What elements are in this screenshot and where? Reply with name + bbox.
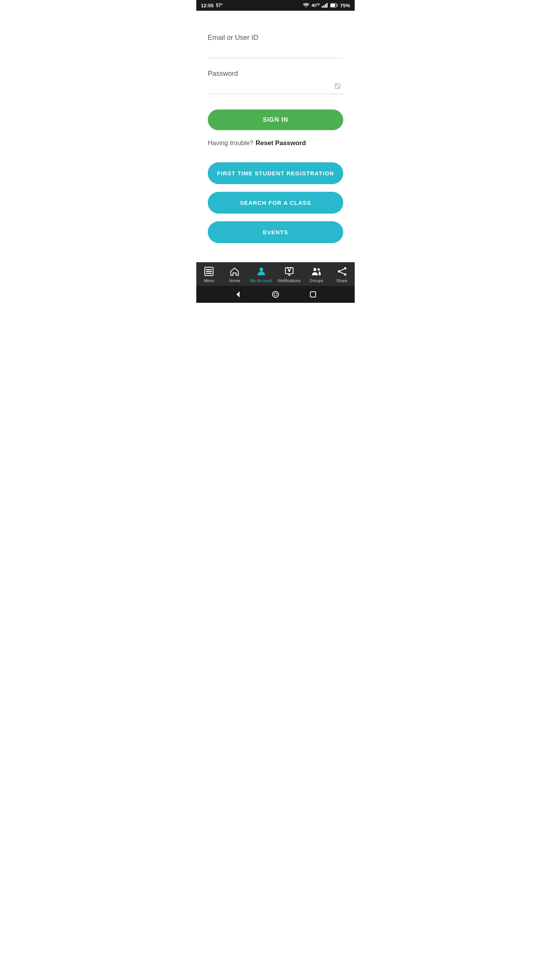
password-wrapper: [208, 81, 343, 94]
share-icon: [337, 266, 347, 277]
status-right: 4GLTE 75%: [303, 3, 350, 8]
svg-rect-11: [206, 271, 212, 272]
back-button[interactable]: [234, 291, 242, 298]
password-form-group: Password: [208, 70, 343, 94]
signal-icon: [322, 3, 328, 8]
svg-line-21: [340, 272, 344, 274]
nav-item-notifications[interactable]: Notifications: [278, 266, 301, 283]
svg-rect-3: [326, 3, 328, 8]
home-button[interactable]: [272, 291, 279, 298]
notifications-icon: [284, 266, 295, 277]
recents-button[interactable]: [309, 291, 317, 298]
svg-rect-0: [322, 6, 323, 8]
svg-rect-2: [325, 4, 326, 8]
svg-line-20: [340, 269, 344, 271]
svg-point-16: [318, 268, 320, 271]
svg-rect-25: [310, 292, 316, 297]
android-nav-bar: [196, 286, 355, 303]
bottom-nav: Menu Home My Account: [196, 262, 355, 286]
reset-password-link[interactable]: Reset Password: [256, 139, 306, 147]
menu-icon: [204, 266, 214, 277]
main-content: Email or User ID Password SIGN IN Having…: [196, 11, 355, 262]
nav-item-share[interactable]: Share: [332, 266, 352, 283]
svg-point-15: [313, 268, 316, 271]
password-input[interactable]: [208, 81, 343, 94]
nav-item-menu[interactable]: Menu: [199, 266, 219, 283]
nav-label-menu: Menu: [204, 278, 215, 283]
svg-point-23: [272, 291, 279, 297]
svg-line-8: [335, 84, 340, 88]
wifi-icon: [303, 3, 309, 8]
svg-rect-1: [323, 5, 324, 8]
svg-marker-22: [236, 291, 240, 297]
myaccount-icon: [256, 266, 267, 277]
status-time: 12:55: [201, 3, 214, 8]
svg-rect-12: [206, 273, 212, 274]
registration-button[interactable]: FIRST TIME STUDENT REGISTRATION: [208, 162, 343, 184]
email-input[interactable]: [208, 45, 343, 58]
events-button[interactable]: EVENTS: [208, 221, 343, 243]
svg-rect-6: [331, 4, 335, 7]
status-temp: 57°: [216, 3, 223, 8]
nav-label-share: Share: [336, 278, 347, 283]
home-icon: [229, 266, 240, 277]
svg-rect-5: [337, 5, 337, 7]
battery-percent: 75%: [340, 3, 350, 8]
battery-icon: [330, 3, 338, 8]
password-toggle-icon[interactable]: [333, 82, 342, 90]
network-icon: 4GLTE: [311, 3, 320, 8]
email-label: Email or User ID: [208, 34, 343, 42]
groups-icon: [311, 266, 322, 277]
sign-in-button[interactable]: SIGN IN: [208, 109, 343, 130]
svg-point-24: [274, 293, 277, 296]
search-class-button[interactable]: SEARCH FOR A CLASS: [208, 192, 343, 214]
nav-label-home: Home: [229, 278, 240, 283]
status-bar: 12:55 57° 4GLTE 75%: [196, 0, 355, 11]
svg-point-19: [344, 273, 346, 276]
nav-item-myaccount[interactable]: My Account: [250, 266, 272, 283]
svg-point-18: [338, 270, 340, 273]
password-label: Password: [208, 70, 343, 78]
trouble-row: Having trouble? Reset Password: [208, 139, 343, 147]
nav-item-groups[interactable]: Groups: [306, 266, 326, 283]
svg-point-13: [259, 268, 263, 271]
status-left: 12:55 57°: [201, 3, 223, 8]
nav-label-notifications: Notifications: [278, 278, 301, 283]
trouble-text: Having trouble?: [208, 139, 253, 147]
svg-point-17: [344, 267, 346, 270]
nav-label-groups: Groups: [310, 278, 323, 283]
email-form-group: Email or User ID: [208, 34, 343, 58]
svg-rect-10: [206, 269, 212, 270]
nav-item-home[interactable]: Home: [225, 266, 245, 283]
nav-label-myaccount: My Account: [250, 278, 272, 283]
